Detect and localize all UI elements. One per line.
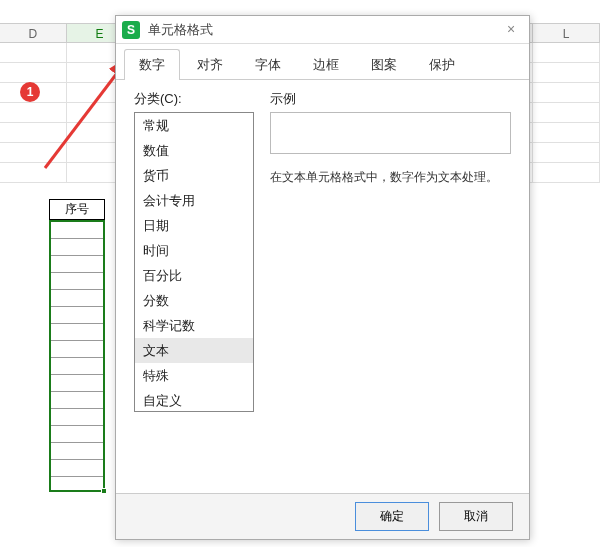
tab-protect[interactable]: 保护 [414,49,470,80]
category-item-percent[interactable]: 百分比 [135,263,253,288]
dialog-title: 单元格格式 [148,21,499,39]
category-item-currency[interactable]: 货币 [135,163,253,188]
tab-pattern[interactable]: 图案 [356,49,412,80]
fill-handle[interactable] [101,488,107,494]
tab-align[interactable]: 对齐 [182,49,238,80]
annotation-badge-1: 1 [20,82,40,102]
category-label: 分类(C): [134,90,254,108]
tab-border[interactable]: 边框 [298,49,354,80]
tab-number[interactable]: 数字 [124,49,180,80]
close-button[interactable]: × [499,20,523,40]
category-item-general[interactable]: 常规 [135,113,253,138]
category-item-time[interactable]: 时间 [135,238,253,263]
example-label: 示例 [270,90,511,108]
tab-font[interactable]: 字体 [240,49,296,80]
app-icon: S [122,21,140,39]
user-header-cell[interactable]: 序号 [49,199,105,220]
format-description: 在文本单元格格式中，数字作为文本处理。 [270,168,511,187]
col-header-d[interactable]: D [0,23,67,43]
selected-range[interactable] [49,220,105,492]
category-list[interactable]: 常规 数值 货币 会计专用 日期 时间 百分比 分数 科学记数 文本 特殊 自定… [134,112,254,412]
category-item-scientific[interactable]: 科学记数 [135,313,253,338]
dialog-titlebar[interactable]: S 单元格格式 × [116,16,529,44]
col-header-l[interactable]: L [533,23,600,43]
category-item-special[interactable]: 特殊 [135,363,253,388]
category-item-date[interactable]: 日期 [135,213,253,238]
example-box [270,112,511,154]
category-item-number[interactable]: 数值 [135,138,253,163]
category-item-custom[interactable]: 自定义 [135,388,253,412]
category-item-text[interactable]: 文本 [135,338,253,363]
cell-format-dialog: S 单元格格式 × 数字 对齐 字体 边框 图案 保护 分类(C): 常规 数值… [115,15,530,540]
category-item-accounting[interactable]: 会计专用 [135,188,253,213]
cancel-button[interactable]: 取消 [439,502,513,531]
dialog-tabs: 数字 对齐 字体 边框 图案 保护 [116,44,529,80]
dialog-footer: 确定 取消 [116,493,529,539]
ok-button[interactable]: 确定 [355,502,429,531]
category-item-fraction[interactable]: 分数 [135,288,253,313]
dialog-body: 分类(C): 常规 数值 货币 会计专用 日期 时间 百分比 分数 科学记数 文… [116,80,529,493]
